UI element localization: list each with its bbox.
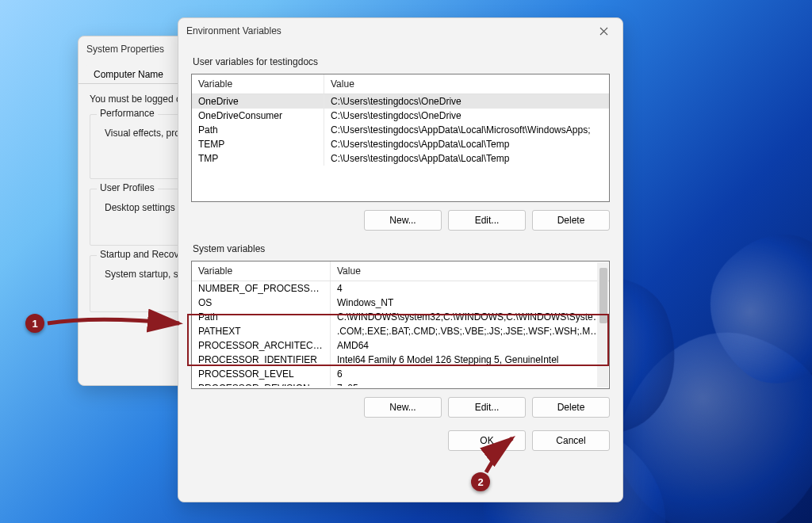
col-header-value[interactable]: Value bbox=[324, 74, 609, 94]
legend-user-profiles: User Profiles bbox=[97, 182, 158, 193]
table-row[interactable]: OneDriveC:\Users\testingdocs\OneDrive bbox=[192, 94, 609, 109]
table-row[interactable]: OSWindows_NT bbox=[192, 296, 609, 310]
table-row[interactable]: PROCESSOR_ARCHITECTUREAMD64 bbox=[192, 338, 609, 353]
cell-variable: TMP bbox=[192, 151, 324, 166]
table-row[interactable]: NUMBER_OF_PROCESSORS4 bbox=[192, 281, 609, 296]
table-row[interactable]: TEMPC:\Users\testingdocs\AppData\Local\T… bbox=[192, 137, 609, 151]
envvars-titlebar[interactable]: Environment Variables bbox=[178, 18, 622, 44]
cancel-button[interactable]: Cancel bbox=[532, 430, 610, 451]
desktop-wallpaper: System Properties Computer Name Hardware… bbox=[0, 0, 812, 523]
cell-value: 4 bbox=[331, 281, 609, 296]
table-row[interactable]: OneDriveConsumerC:\Users\testingdocs\One… bbox=[192, 109, 609, 123]
cell-variable: OS bbox=[192, 296, 331, 310]
cell-value: 6 bbox=[331, 367, 609, 381]
table-row[interactable]: PROCESSOR_REVISION7e05 bbox=[192, 381, 609, 386]
table-row[interactable]: PROCESSOR_IDENTIFIERIntel64 Family 6 Mod… bbox=[192, 353, 609, 367]
cell-value: AMD64 bbox=[331, 338, 609, 353]
table-row[interactable]: PATHEXT.COM;.EXE;.BAT;.CMD;.VBS;.VBE;.JS… bbox=[192, 324, 609, 338]
table-row[interactable]: PathC:\WINDOWS\system32;C:\WINDOWS;C:\WI… bbox=[192, 310, 609, 324]
tab-computer-name[interactable]: Computer Name bbox=[85, 65, 172, 83]
ok-button[interactable]: OK bbox=[448, 430, 526, 451]
cell-variable: PROCESSOR_IDENTIFIER bbox=[192, 353, 331, 367]
cell-variable: PATHEXT bbox=[192, 324, 331, 338]
cell-value: C:\Users\testingdocs\AppData\Local\Temp bbox=[324, 137, 609, 151]
system-variables-list[interactable]: Variable Value NUMBER_OF_PROCESSORS4OSWi… bbox=[191, 261, 610, 389]
user-new-button[interactable]: New... bbox=[364, 210, 442, 231]
table-row[interactable]: PROCESSOR_LEVEL6 bbox=[192, 367, 609, 381]
label-user-variables: User variables for testingdocs bbox=[193, 56, 608, 67]
cell-variable: OneDriveConsumer bbox=[192, 109, 324, 123]
cell-value: Intel64 Family 6 Model 126 Stepping 5, G… bbox=[331, 353, 609, 367]
table-row[interactable]: TMPC:\Users\testingdocs\AppData\Local\Te… bbox=[192, 151, 609, 166]
cell-variable: NUMBER_OF_PROCESSORS bbox=[192, 281, 331, 296]
system-edit-button[interactable]: Edit... bbox=[448, 397, 526, 418]
system-delete-button[interactable]: Delete bbox=[532, 397, 610, 418]
cell-value: Windows_NT bbox=[331, 296, 609, 310]
cell-value: .COM;.EXE;.BAT;.CMD;.VBS;.VBE;.JS;.JSE;.… bbox=[331, 324, 609, 338]
annotation-marker-1: 1 bbox=[25, 314, 44, 333]
col-header-value-sys[interactable]: Value bbox=[331, 262, 609, 281]
cell-variable: Path bbox=[192, 310, 331, 324]
cell-value: 7e05 bbox=[331, 381, 609, 386]
cell-value: C:\Users\testingdocs\AppData\Local\Micro… bbox=[324, 123, 609, 137]
environment-variables-window: Environment Variables User variables for… bbox=[178, 17, 623, 502]
cell-variable: Path bbox=[192, 123, 324, 137]
user-variables-list[interactable]: Variable Value OneDriveC:\Users\testingd… bbox=[191, 74, 610, 202]
cell-variable: OneDrive bbox=[192, 94, 324, 109]
col-header-variable[interactable]: Variable bbox=[192, 74, 324, 94]
scrollbar-thumb[interactable] bbox=[599, 268, 607, 323]
cell-variable: PROCESSOR_REVISION bbox=[192, 381, 331, 386]
system-new-button[interactable]: New... bbox=[364, 397, 442, 418]
cell-variable: PROCESSOR_LEVEL bbox=[192, 367, 331, 381]
cell-value: C:\WINDOWS\system32;C:\WINDOWS;C:\WINDOW… bbox=[331, 310, 609, 324]
close-icon[interactable] bbox=[592, 20, 615, 42]
user-delete-button[interactable]: Delete bbox=[532, 210, 610, 231]
cell-value: C:\Users\testingdocs\OneDrive bbox=[324, 94, 609, 109]
user-edit-button[interactable]: Edit... bbox=[448, 210, 526, 231]
cell-value: C:\Users\testingdocs\AppData\Local\Temp bbox=[324, 151, 609, 166]
envvars-title: Environment Variables bbox=[186, 25, 592, 36]
cell-variable: TEMP bbox=[192, 137, 324, 151]
col-header-variable-sys[interactable]: Variable bbox=[192, 262, 331, 281]
cell-variable: PROCESSOR_ARCHITECTURE bbox=[192, 338, 331, 353]
label-system-variables: System variables bbox=[193, 243, 608, 254]
cell-value: C:\Users\testingdocs\OneDrive bbox=[324, 109, 609, 123]
legend-performance: Performance bbox=[97, 108, 158, 119]
table-row[interactable]: PathC:\Users\testingdocs\AppData\Local\M… bbox=[192, 123, 609, 137]
